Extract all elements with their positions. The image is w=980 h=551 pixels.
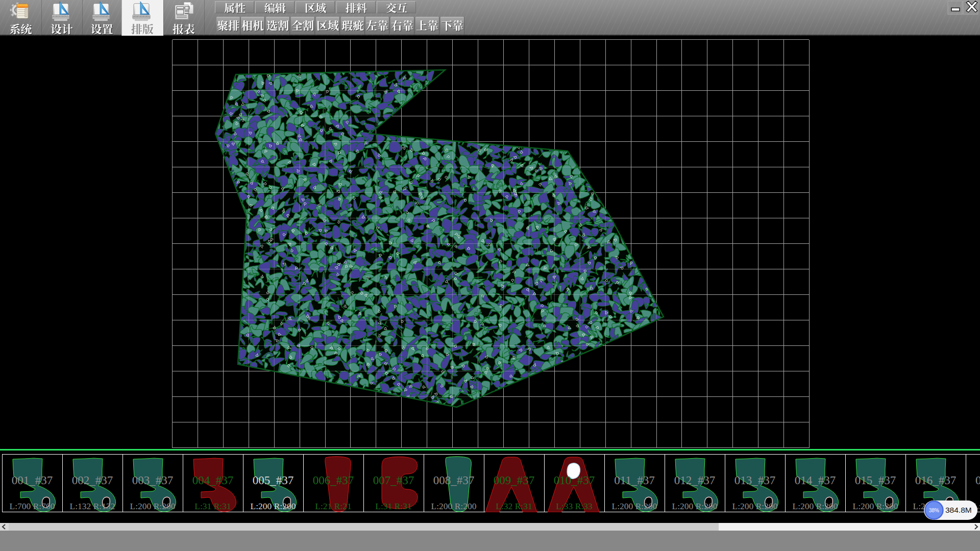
svg-text:L:200 R:200: L:200 R:200: [732, 501, 778, 511]
svg-text:L:200 R:200: L:200 R:200: [793, 501, 838, 511]
svg-text:0: 0: [975, 474, 980, 487]
svg-text:011_#37: 011_#37: [614, 474, 655, 487]
svg-text:013_#37: 013_#37: [734, 474, 776, 487]
svg-text:005_#37: 005_#37: [253, 474, 294, 487]
svg-text:012_#37: 012_#37: [674, 474, 716, 487]
svg-text:L:200 R:200: L:200 R:200: [612, 501, 657, 511]
svg-text:L:31 R:31: L:31 R:31: [194, 501, 231, 511]
svg-text:L:200 R:200: L:200 R:200: [853, 501, 898, 511]
svg-text:L:31 R:31: L:31 R:31: [375, 501, 411, 511]
svg-text:008_#37: 008_#37: [433, 474, 475, 487]
svg-text:014_#37: 014_#37: [795, 474, 836, 487]
svg-text:003_#37: 003_#37: [132, 474, 174, 487]
svg-text:L:700 R:700: L:700 R:700: [10, 501, 55, 511]
svg-text:L:32 R:31: L:32 R:31: [496, 501, 532, 511]
svg-text:L:200 R:200: L:200 R:200: [431, 501, 477, 511]
svg-text:007_#37: 007_#37: [373, 474, 414, 487]
svg-text:015_#37: 015_#37: [855, 474, 896, 487]
svg-text:L:200 R:200: L:200 R:200: [251, 501, 296, 511]
svg-text:004_#37: 004_#37: [192, 474, 234, 487]
svg-text:L:33 R:33: L:33 R:33: [556, 501, 593, 511]
svg-text:L:21 R:21: L:21 R:21: [315, 501, 351, 511]
svg-text:002_#37: 002_#37: [72, 474, 113, 487]
svg-text:006_#37: 006_#37: [313, 474, 354, 487]
svg-text:009_#37: 009_#37: [494, 474, 535, 487]
svg-text:384.8M: 384.8M: [945, 506, 972, 514]
svg-text:L:200 R:200: L:200 R:200: [672, 501, 718, 511]
svg-text:38%: 38%: [929, 508, 939, 513]
svg-text:016_#37: 016_#37: [915, 474, 957, 487]
svg-text:L:132 R:132: L:132 R:132: [70, 501, 115, 511]
svg-text:010_#37: 010_#37: [554, 474, 595, 487]
svg-text:L:200 R:200: L:200 R:200: [130, 501, 176, 511]
svg-text:001_#37: 001_#37: [12, 474, 53, 487]
